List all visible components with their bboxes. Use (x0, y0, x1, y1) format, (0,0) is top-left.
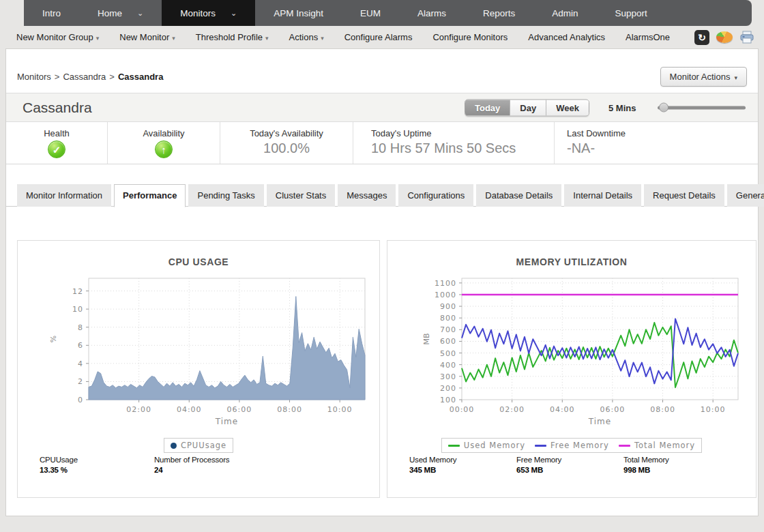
cpu-usage-card: CPU USAGE 02468101202:0004:0006:0008:001… (17, 240, 380, 498)
legend-entry: Total Memory (619, 441, 695, 450)
subnav-label: Actions (289, 32, 319, 42)
last-downtime-label: Last Downtime (567, 128, 758, 138)
legend-label: Used Memory (464, 441, 525, 450)
nav-item-monitors[interactable]: Monitors⌄ (162, 0, 255, 26)
tab-general-details[interactable]: General Details (727, 184, 764, 207)
caret-down-icon: ▾ (734, 74, 737, 81)
cpu-stats: CPUUsage 13.35 % Number of Processors 24 (40, 456, 269, 474)
svg-text:1000: 1000 (435, 291, 456, 299)
svg-text:08:00: 08:00 (650, 405, 675, 414)
legend-entry: Used Memory (448, 441, 525, 450)
availability-cell: Availability ↑ (108, 122, 220, 164)
snapshot-icon[interactable]: ↻ (694, 30, 709, 45)
subnav-icon-group: ↻ (694, 30, 754, 45)
free-memory-stat: Free Memory 653 MB (516, 456, 623, 474)
print-icon[interactable] (739, 31, 754, 44)
legend-label: CPUUsage (181, 441, 226, 450)
health-ok-icon: ✓ (48, 141, 65, 158)
svg-text:02:00: 02:00 (126, 405, 151, 414)
svg-text:04:00: 04:00 (177, 405, 202, 414)
subnav-configure-alarms[interactable]: Configure Alarms (344, 32, 413, 42)
breadcrumb-current: Cassandra (118, 72, 163, 82)
health-cell: Health ✓ (6, 122, 108, 164)
memory-utilization-chart[interactable]: 1002003004005006007008009001000110000:00… (387, 271, 756, 435)
subnav-label: New Monitor (119, 32, 169, 42)
svg-text:%: % (49, 336, 58, 342)
nav-item-alarms[interactable]: Alarms (399, 0, 465, 26)
svg-text:600: 600 (440, 337, 456, 346)
page-title: Cassandra (23, 100, 92, 116)
nav-item-admin[interactable]: Admin (533, 0, 596, 26)
breadcrumb-separator: > (109, 72, 115, 82)
svg-text:700: 700 (440, 325, 456, 334)
svg-text:06:00: 06:00 (600, 405, 626, 414)
chevron-down-icon: ⌄ (231, 9, 237, 18)
nav-label: Reports (483, 8, 515, 18)
svg-text:10: 10 (72, 305, 83, 314)
breadcrumb-group-link[interactable]: Cassandra (63, 72, 106, 82)
sub-nav: New Monitor Group▾ New Monitor▾ Threshol… (0, 26, 764, 48)
svg-text:4: 4 (78, 359, 83, 368)
nav-item-intro[interactable]: Intro (24, 0, 79, 26)
tab-pending-tasks[interactable]: Pending Tasks (188, 184, 263, 207)
nav-item-reports[interactable]: Reports (465, 0, 533, 26)
pie-chart-icon[interactable] (716, 31, 733, 43)
svg-text:200: 200 (440, 384, 456, 393)
subnav-new-monitor[interactable]: New Monitor▾ (119, 32, 175, 42)
poll-interval-slider[interactable] (658, 106, 746, 109)
subnav-alarmsone[interactable]: AlarmsOne (626, 32, 670, 42)
availability-label: Availability (108, 128, 220, 138)
tab-monitor-information[interactable]: Monitor Information (17, 184, 111, 207)
caret-down-icon: ▾ (265, 35, 269, 42)
stat-label: Free Memory (516, 456, 623, 464)
svg-text:06:00: 06:00 (227, 405, 252, 414)
nav-label: EUM (360, 8, 381, 18)
processor-count-stat: Number of Processors 24 (154, 456, 269, 474)
svg-text:2: 2 (78, 377, 83, 386)
memory-stats: Used Memory 345 MB Free Memory 653 MB To… (409, 456, 731, 474)
nav-item-support[interactable]: Support (597, 0, 666, 26)
subnav-advanced-analytics[interactable]: Advanced Analytics (528, 32, 605, 42)
nav-item-home[interactable]: Home⌄ (79, 0, 162, 26)
chart-canvas: 1002003004005006007008009001000110000:00… (398, 271, 745, 435)
nav-label: Intro (42, 8, 61, 18)
range-button-week[interactable]: Week (546, 100, 589, 115)
tab-messages[interactable]: Messages (338, 184, 396, 207)
subnav-configure-monitors[interactable]: Configure Monitors (432, 32, 508, 42)
subnav-threshold-profile[interactable]: Threshold Profile▾ (196, 32, 269, 42)
svg-text:Time: Time (215, 417, 238, 426)
nav-item-eum[interactable]: EUM (342, 0, 399, 26)
nav-item-apm-insight[interactable]: APM Insight (255, 0, 342, 26)
subnav-actions[interactable]: Actions▾ (289, 32, 324, 42)
monitor-title-bar: Cassandra Today Day Week 5 Mins (6, 93, 758, 122)
svg-text:500: 500 (440, 349, 456, 358)
tab-configurations[interactable]: Configurations (398, 184, 473, 207)
total-memory-stat: Total Memory 998 MB (623, 456, 731, 474)
content-panel: Monitors>Cassandra>Cassandra Monitor Act… (5, 48, 759, 516)
cpu-chart-legend: CPUUsage (18, 438, 379, 453)
tab-database-details[interactable]: Database Details (476, 184, 561, 207)
todays-availability-label: Today's Availability (220, 128, 353, 138)
legend-swatch (171, 443, 177, 449)
tab-request-details[interactable]: Request Details (644, 184, 724, 207)
last-downtime-cell: Last Downtime -NA- (555, 122, 758, 164)
cpu-usage-chart[interactable]: 02468101202:0004:0006:0008:0010:00%Time (18, 271, 379, 435)
breadcrumb-monitors-link[interactable]: Monitors (17, 72, 51, 82)
tab-internal-details[interactable]: Internal Details (564, 184, 641, 207)
stat-label: Used Memory (409, 456, 516, 464)
printer-glyph (739, 31, 754, 44)
legend-box: Used MemoryFree MemoryTotal Memory (441, 438, 702, 453)
monitor-actions-button[interactable]: Monitor Actions▾ (660, 67, 747, 87)
range-button-day[interactable]: Day (510, 100, 546, 115)
tab-performance[interactable]: Performance (114, 184, 186, 207)
caret-down-icon: ▾ (172, 35, 175, 42)
subnav-new-monitor-group[interactable]: New Monitor Group▾ (16, 32, 99, 42)
tab-cluster-stats[interactable]: Cluster Stats (267, 184, 335, 207)
charts-row: CPU USAGE 02468101202:0004:0006:0008:001… (17, 240, 758, 498)
stat-value: 13.35 % (40, 466, 154, 474)
slider-handle[interactable] (659, 103, 668, 113)
range-button-today[interactable]: Today (465, 100, 510, 115)
legend-box: CPUUsage (164, 438, 233, 453)
svg-text:04:00: 04:00 (550, 405, 575, 414)
nav-label: Support (615, 8, 647, 18)
